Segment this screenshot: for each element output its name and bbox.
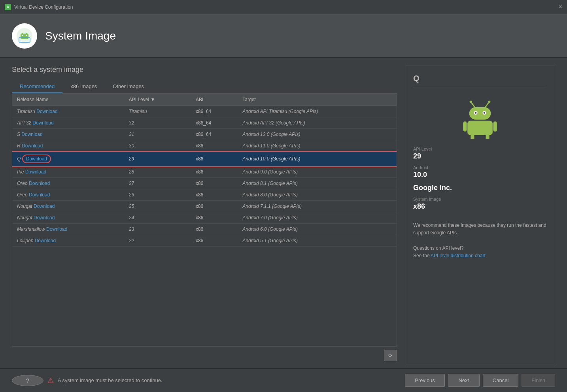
cell-release-name: Nougat Download [12,201,124,212]
download-link[interactable]: Download [35,238,56,243]
cell-target: Android 10.0 (Google APIs) [238,152,397,166]
cell-api-level: 27 [124,178,191,189]
cell-abi: x86_64 [191,129,238,140]
previous-button[interactable]: Previous [405,374,445,387]
cell-release-name: Marshmallow Download [12,224,124,235]
vendor-section: Google Inc. [413,184,547,192]
header-area: System Image [0,14,567,58]
table-row[interactable]: Tiramisu DownloadTiramisux86_64Android A… [12,106,397,117]
cell-release-name: S Download [12,129,124,140]
cell-release-name: Tiramisu Download [12,106,124,117]
tabs-container: Recommended x86 Images Other Images [12,80,397,93]
table-row[interactable]: Lollipop Download22x86Android 5.1 (Googl… [12,235,397,247]
refresh-button[interactable]: ⟳ [384,350,397,361]
cell-api-level: 22 [124,235,191,247]
col-api-level[interactable]: API Level ▼ [124,94,191,106]
col-release-name: Release Name [12,94,124,106]
cell-target: Android 7.0 (Google APIs) [238,212,397,224]
bottom-left: ? ⚠ A system image must be selected to c… [12,375,162,386]
svg-rect-22 [486,134,490,139]
page-title: System Image [45,30,116,42]
android-robot-svg [460,99,500,139]
api-level-section: API Level 29 [413,147,547,160]
cell-release-name: Oreo Download [12,178,124,189]
download-link[interactable]: Download [22,155,51,163]
svg-rect-21 [471,134,474,139]
tab-x86[interactable]: x86 Images [62,80,105,93]
cell-target: Android 8.1 (Google APIs) [238,178,397,189]
svg-point-12 [488,101,490,103]
cell-release-name: Lollipop Download [12,235,124,247]
api-level-value: 29 [413,152,547,160]
tab-other[interactable]: Other Images [105,80,152,93]
release-name-text: API 32 [17,120,32,126]
api-chart-link[interactable]: API level distribution chart [431,253,486,258]
download-link[interactable]: Download [29,192,50,198]
left-panel: Select a system image Recommended x86 Im… [12,66,397,364]
download-link[interactable]: Download [21,132,42,137]
android-version-section: Android 10.0 [413,165,547,179]
table-footer: ⟳ [12,347,397,364]
svg-rect-3 [21,34,28,39]
cell-abi: x86 [191,178,238,189]
table-row[interactable]: R Download30x86Android 11.0 (Google APIs… [12,140,397,152]
download-link[interactable]: Download [29,181,50,186]
cell-abi: x86 [191,235,238,247]
table-row[interactable]: Nougat Download24x86Android 7.0 (Google … [12,212,397,224]
cell-abi: x86 [191,166,238,178]
download-link[interactable]: Download [25,169,46,175]
download-link[interactable]: Download [46,226,67,232]
svg-rect-19 [463,121,467,131]
cell-api-level: 32 [124,117,191,129]
table-row[interactable]: Pie Download28x86Android 9.0 (Google API… [12,166,397,178]
cancel-button[interactable]: Cancel [483,374,518,387]
section-title: Select a system image [12,66,397,74]
download-link[interactable]: Download [22,143,43,149]
svg-rect-18 [467,121,493,135]
cell-abi: x86 [191,189,238,201]
table-row[interactable]: Oreo Download27x86Android 8.1 (Google AP… [12,178,397,189]
window-title: Virtual Device Configuration [14,4,73,10]
svg-rect-13 [469,107,491,120]
close-button[interactable]: × [559,4,562,10]
cell-target: Android API 32 (Google APIs) [238,117,397,129]
cell-release-name: Q Download [12,152,124,166]
finish-button[interactable]: Finish [522,374,555,387]
cell-abi: x86 [191,224,238,235]
table-row[interactable]: API 32 Download32x86_64Android API 32 (G… [12,117,397,129]
bottom-bar: ? ⚠ A system image must be selected to c… [0,368,567,392]
download-link[interactable]: Download [32,120,53,126]
release-name-text: Pie [17,169,25,175]
svg-line-9 [471,102,474,107]
main-content: Select a system image Recommended x86 Im… [0,58,567,368]
cell-abi: x86 [191,201,238,212]
svg-point-17 [484,112,486,114]
title-bar: A Virtual Device Configuration × [0,0,567,14]
download-link[interactable]: Download [36,109,57,114]
help-button[interactable]: ? [12,375,43,386]
selected-image-title: Q [413,74,547,87]
cell-target: Android 6.0 (Google APIs) [238,224,397,235]
release-name-text: Oreo [17,192,29,198]
cell-target: Android API Tiramisu (Google APIs) [238,106,397,117]
download-link[interactable]: Download [34,215,55,220]
release-name-text: Q [17,156,22,162]
svg-point-10 [470,101,472,103]
system-image-label: System Image [413,197,547,202]
cell-release-name: Oreo Download [12,189,124,201]
release-name-text: Tiramisu [17,109,36,114]
cell-release-name: Nougat Download [12,212,124,224]
table-row[interactable]: Q Download29x86Android 10.0 (Google APIs… [12,152,397,166]
release-name-text: Nougat [17,204,34,209]
table-row[interactable]: S Download31x86_64Android 12.0 (Google A… [12,129,397,140]
table-row[interactable]: Oreo Download26x86Android 8.0 (Google AP… [12,189,397,201]
system-image-section: System Image x86 [413,197,547,211]
right-panel: Q [405,66,555,364]
table-row[interactable]: Marshmallow Download23x86Android 6.0 (Go… [12,224,397,235]
next-button[interactable]: Next [448,374,480,387]
download-link[interactable]: Download [34,204,55,209]
tab-recommended[interactable]: Recommended [12,80,62,93]
table-row[interactable]: Nougat Download25x86Android 7.1.1 (Googl… [12,201,397,212]
cell-api-level: Tiramisu [124,106,191,117]
cell-target: Android 8.0 (Google APIs) [238,189,397,201]
